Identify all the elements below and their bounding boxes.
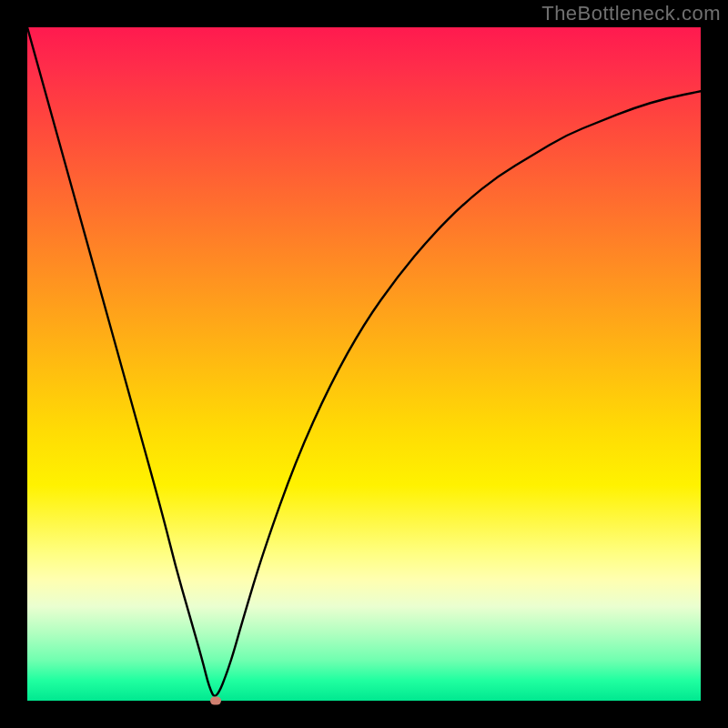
optimum-marker bbox=[210, 697, 221, 705]
bottleneck-curve bbox=[27, 27, 701, 696]
watermark-text: TheBottleneck.com bbox=[541, 2, 721, 25]
curve-svg bbox=[27, 27, 701, 701]
plot-area bbox=[27, 27, 701, 701]
chart-frame: TheBottleneck.com bbox=[0, 0, 728, 728]
